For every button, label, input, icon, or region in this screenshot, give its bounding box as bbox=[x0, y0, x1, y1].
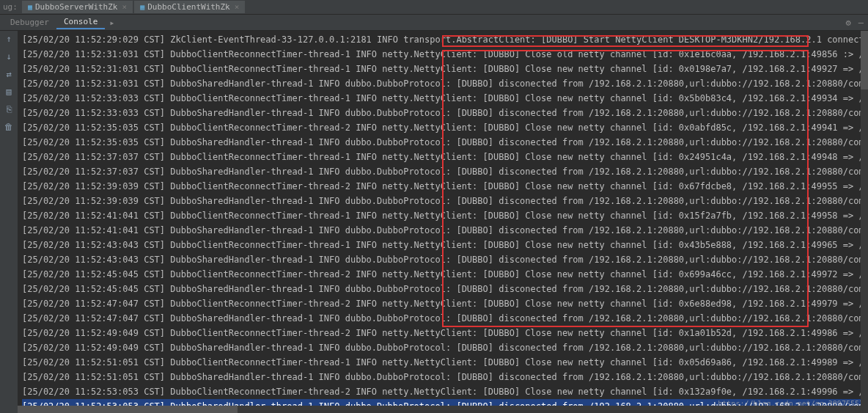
main-area: ↑ ↓ ⇄ ▤ ⎘ 🗑 [25/02/20 11:52:29:029 CST] … bbox=[0, 31, 868, 413]
scroll-icon[interactable]: ▤ bbox=[3, 87, 15, 98]
editor-tabs-bar: ug: ▦ DubboServerWithZk × ▦ DubboClientW… bbox=[0, 0, 868, 15]
debugger-tab[interactable]: Debugger bbox=[3, 16, 56, 29]
log-line[interactable]: [25/02/20 11:52:47:047 CST] DubboSharedH… bbox=[22, 311, 864, 326]
console-output[interactable]: [25/02/20 11:52:29:029 CST] ZkClient-Eve… bbox=[18, 31, 868, 413]
log-line[interactable]: [25/02/20 11:52:37:037 CST] DubboSharedH… bbox=[22, 164, 864, 179]
log-line[interactable]: [25/02/20 11:52:43:043 CST] DubboClientR… bbox=[22, 238, 864, 252]
log-line[interactable]: [25/02/20 11:52:37:037 CST] DubboClientR… bbox=[22, 150, 864, 164]
log-line[interactable]: [25/02/20 11:52:51:051 CST] DubboSharedH… bbox=[22, 370, 864, 384]
log-line[interactable]: [25/02/20 11:52:41:041 CST] DubboSharedH… bbox=[22, 223, 864, 238]
log-line[interactable]: [25/02/20 11:52:47:047 CST] DubboClientR… bbox=[22, 296, 864, 311]
log-line[interactable]: [25/02/20 11:52:33:033 CST] DubboSharedH… bbox=[22, 106, 864, 120]
settings-icon[interactable]: ⚙ bbox=[846, 18, 851, 28]
log-line[interactable]: [25/02/20 11:52:31:031 CST] DubboSharedH… bbox=[22, 76, 864, 91]
wrap-icon[interactable]: ⇄ bbox=[3, 69, 15, 81]
tab-label: DubboServerWithZk bbox=[35, 2, 118, 12]
minimize-icon[interactable]: — bbox=[858, 18, 864, 28]
log-line[interactable]: [25/02/20 11:52:33:033 CST] DubboClientR… bbox=[22, 91, 864, 106]
run-config-icon: ▦ bbox=[28, 3, 32, 11]
console-tab[interactable]: Console bbox=[56, 15, 105, 29]
trash-icon[interactable]: 🗑 bbox=[3, 122, 15, 134]
tab-client[interactable]: ▦ DubboClientWithZk × bbox=[134, 1, 245, 13]
down-icon[interactable]: ↓ bbox=[3, 51, 15, 63]
tab-label: DubboClientWithZk bbox=[147, 2, 230, 12]
label-prefix: ug: bbox=[3, 2, 22, 12]
log-line[interactable]: [25/02/20 11:52:39:039 CST] DubboSharedH… bbox=[22, 194, 864, 208]
log-line[interactable]: [25/02/20 11:52:45:045 CST] DubboClientR… bbox=[22, 267, 864, 282]
horizontal-scrollbar[interactable] bbox=[18, 406, 861, 413]
log-line[interactable]: [25/02/20 11:52:31:031 CST] DubboClientR… bbox=[22, 47, 864, 62]
log-line[interactable]: [25/02/20 11:52:43:043 CST] DubboSharedH… bbox=[22, 252, 864, 267]
print-icon[interactable]: ⎘ bbox=[3, 104, 15, 116]
run-config-icon: ▦ bbox=[140, 3, 144, 11]
vertical-scroll-thumb[interactable] bbox=[861, 31, 868, 89]
console-gutter: ↑ ↓ ⇄ ▤ ⎘ 🗑 bbox=[0, 31, 18, 413]
log-line[interactable]: [25/02/20 11:52:35:035 CST] DubboSharedH… bbox=[22, 135, 864, 150]
log-line[interactable]: [25/02/20 11:52:41:041 CST] DubboClientR… bbox=[22, 208, 864, 223]
log-line[interactable]: [25/02/20 11:52:45:045 CST] DubboSharedH… bbox=[22, 282, 864, 296]
log-line[interactable]: [25/02/20 11:52:31:031 CST] DubboClientR… bbox=[22, 62, 864, 76]
up-icon[interactable]: ↑ bbox=[3, 34, 15, 45]
log-line[interactable]: [25/02/20 11:52:51:051 CST] DubboClientR… bbox=[22, 355, 864, 370]
tab-server[interactable]: ▦ DubboServerWithZk × bbox=[22, 1, 133, 13]
log-line[interactable]: [25/02/20 11:52:35:035 CST] DubboClientR… bbox=[22, 120, 864, 135]
log-line[interactable]: [25/02/20 11:52:49:049 CST] DubboClientR… bbox=[22, 326, 864, 340]
log-line[interactable]: [25/02/20 11:52:39:039 CST] DubboClientR… bbox=[22, 179, 864, 194]
vertical-scrollbar[interactable] bbox=[861, 31, 868, 413]
log-line[interactable]: [25/02/20 11:52:29:029 CST] ZkClient-Eve… bbox=[22, 32, 864, 47]
log-line[interactable]: [25/02/20 11:52:49:049 CST] DubboSharedH… bbox=[22, 340, 864, 355]
horizontal-scroll-thumb[interactable] bbox=[18, 406, 238, 413]
chevron-right-icon[interactable]: ▸ bbox=[105, 18, 119, 28]
close-icon[interactable]: × bbox=[122, 2, 128, 12]
close-icon[interactable]: × bbox=[235, 2, 240, 12]
debug-sub-bar: Debugger Console ▸ ⚙ — bbox=[0, 15, 868, 31]
